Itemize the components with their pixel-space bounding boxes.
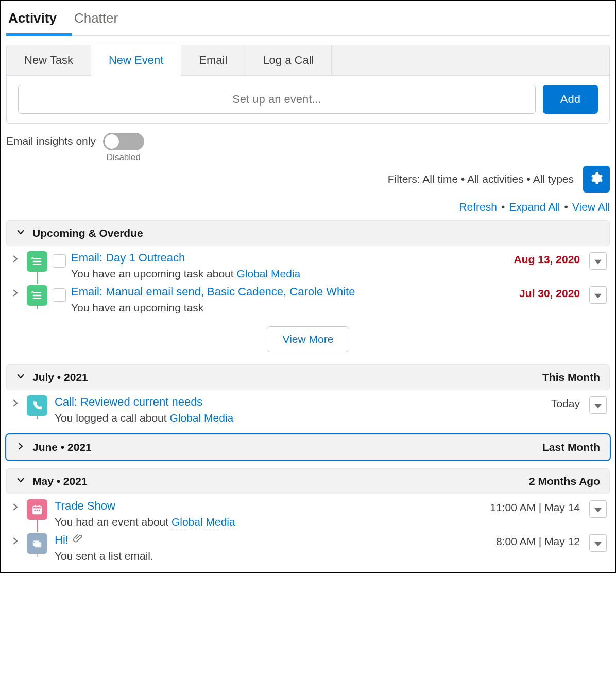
tab-email[interactable]: Email <box>181 45 245 75</box>
tab-new-event[interactable]: New Event <box>91 45 181 76</box>
refresh-link[interactable]: Refresh <box>459 201 497 213</box>
call-icon <box>27 395 47 416</box>
item-date: 11:00 AM | May 14 <box>490 499 580 514</box>
triangle-down-icon <box>594 399 602 411</box>
timeline-stem <box>37 306 38 309</box>
item-subtitle: You sent a list email. <box>55 550 491 562</box>
section-may-2021[interactable]: May • 2021 2 Months Ago <box>6 468 610 494</box>
section-upcoming-overdue[interactable]: Upcoming & Overdue <box>6 220 610 246</box>
timeline-item: Trade Show You had an event about Global… <box>6 494 610 528</box>
timeline-item: Email: Day 1 Outreach You have an upcomi… <box>6 246 610 280</box>
timeline-item: Email: Manual email send, Basic Cadence,… <box>6 280 610 314</box>
item-menu-button[interactable] <box>589 286 607 304</box>
timeline-stem <box>37 272 38 284</box>
item-date: Aug 13, 2020 <box>514 251 580 266</box>
expand-all-link[interactable]: Expand All <box>509 201 560 213</box>
item-date: Today <box>551 395 580 410</box>
email-insights-toggle[interactable] <box>103 133 144 150</box>
tab-chatter[interactable]: Chatter <box>72 3 133 35</box>
complete-task-checkbox[interactable] <box>53 254 66 268</box>
view-more-button[interactable]: View More <box>267 326 350 352</box>
record-link[interactable]: Global Media <box>169 412 233 424</box>
attachment-icon <box>73 534 83 546</box>
section-meta: Last Month <box>542 441 600 454</box>
filters-summary: Filters: All time • All activities • All… <box>388 173 574 185</box>
expand-item-button[interactable] <box>9 285 22 300</box>
tab-log-call[interactable]: Log a Call <box>245 45 332 75</box>
chevron-down-icon <box>16 227 25 239</box>
triangle-down-icon <box>594 289 602 301</box>
section-title: Upcoming & Overdue <box>32 227 143 239</box>
email-icon <box>27 533 47 554</box>
item-menu-button[interactable] <box>589 534 607 552</box>
event-icon <box>27 499 47 520</box>
tab-activity[interactable]: Activity <box>6 3 72 36</box>
chevron-right-icon <box>16 441 25 454</box>
item-menu-button[interactable] <box>589 396 607 414</box>
section-title: May • 2021 <box>32 475 88 487</box>
record-link[interactable]: Global Media <box>172 516 235 528</box>
item-subtitle: You logged a call about Global Media <box>55 412 546 424</box>
top-tab-bar: Activity Chatter <box>6 3 610 36</box>
view-all-link[interactable]: View All <box>572 201 610 213</box>
event-subject-input[interactable] <box>18 85 536 114</box>
separator: • <box>501 201 505 213</box>
item-title-link[interactable]: Hi! <box>55 533 69 546</box>
timeline-settings-button[interactable] <box>583 166 610 193</box>
item-title-link[interactable]: Email: Day 1 Outreach <box>71 251 185 264</box>
timeline-item: Call: Reviewed current needs You logged … <box>6 390 610 424</box>
item-date: 8:00 AM | May 12 <box>496 533 580 548</box>
complete-task-checkbox[interactable] <box>53 288 66 302</box>
triangle-down-icon <box>594 537 602 549</box>
add-button[interactable]: Add <box>543 85 598 114</box>
triangle-down-icon <box>594 255 602 267</box>
timeline-item: Hi! You sent a list email. 8:00 AM | May… <box>6 528 610 562</box>
timeline-actions: Refresh • Expand All • View All <box>6 201 610 213</box>
tab-new-task[interactable]: New Task <box>7 45 91 75</box>
email-insights-state: Disabled <box>107 152 141 163</box>
item-title-link[interactable]: Email: Manual email send, Basic Cadence,… <box>71 285 355 298</box>
section-june-2021[interactable]: June • 2021 Last Month <box>6 434 610 460</box>
record-link[interactable]: Global Media <box>236 268 300 280</box>
item-subtitle: You have an upcoming task about Global M… <box>71 268 509 280</box>
timeline-stem <box>37 554 38 557</box>
item-title-link[interactable]: Trade Show <box>55 499 115 512</box>
item-menu-button[interactable] <box>589 252 607 270</box>
item-menu-button[interactable] <box>589 500 607 518</box>
task-icon <box>27 285 47 306</box>
gear-icon <box>590 171 603 187</box>
expand-item-button[interactable] <box>9 395 22 410</box>
activity-composer: New Task New Event Email Log a Call Add <box>6 45 610 124</box>
item-subtitle: You had an event about Global Media <box>55 516 485 528</box>
triangle-down-icon <box>594 503 602 515</box>
section-july-2021[interactable]: July • 2021 This Month <box>6 364 610 390</box>
separator: • <box>564 201 568 213</box>
chevron-down-icon <box>16 475 25 487</box>
item-title-link[interactable]: Call: Reviewed current needs <box>55 395 202 408</box>
item-subtitle: You have an upcoming task <box>71 302 514 314</box>
section-meta: This Month <box>542 371 600 383</box>
section-meta: 2 Months Ago <box>529 475 600 487</box>
timeline-stem <box>37 416 38 419</box>
task-icon <box>27 251 47 272</box>
expand-item-button[interactable] <box>9 251 22 266</box>
email-insights-label: Email insights only <box>6 133 96 147</box>
chevron-down-icon <box>16 371 25 383</box>
timeline-stem <box>37 520 38 532</box>
section-title: June • 2021 <box>32 441 92 454</box>
composer-tabs: New Task New Event Email Log a Call <box>7 45 609 75</box>
section-title: July • 2021 <box>32 371 88 383</box>
expand-item-button[interactable] <box>9 499 22 514</box>
expand-item-button[interactable] <box>9 533 22 548</box>
item-date: Jul 30, 2020 <box>519 285 580 300</box>
